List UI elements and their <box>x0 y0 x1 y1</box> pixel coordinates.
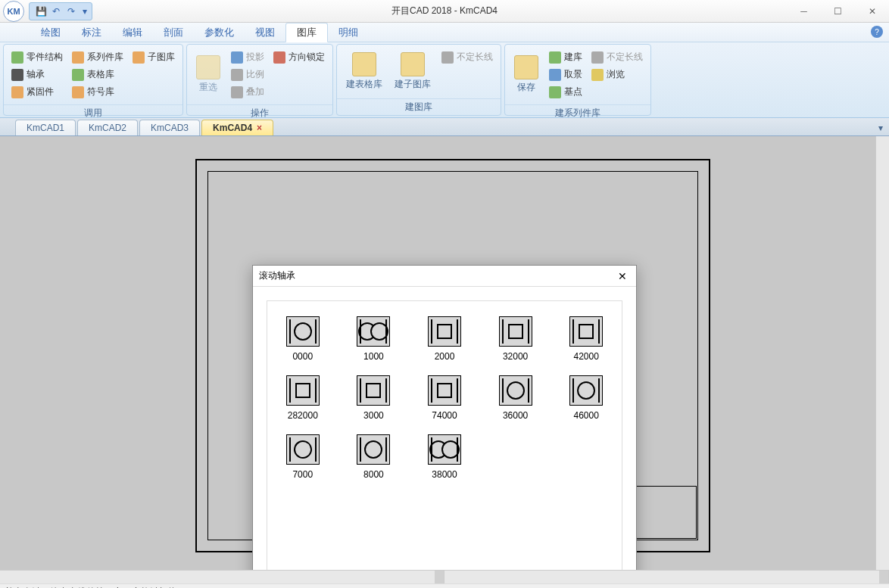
ribbon-btn[interactable]: 基点 <box>546 84 585 100</box>
bearing-icon <box>499 316 532 347</box>
redo-icon[interactable]: ↷ <box>64 5 78 18</box>
bearing-label: 7000 <box>292 469 313 480</box>
title-bar: KM 💾 ↶ ↷ ▾ 开目CAD 2018 - KmCAD4 ─ ☐ ✕ <box>0 0 889 23</box>
bearing-item[interactable]: 7000 <box>278 434 328 480</box>
bearing-item[interactable]: 1000 <box>349 316 399 362</box>
ribbon-btn[interactable]: 系列件库 <box>69 49 126 65</box>
ribbon-btn[interactable]: 轴承 <box>8 67 66 82</box>
bearing-item[interactable]: 0000 <box>278 316 328 362</box>
bearing-icon <box>428 316 461 347</box>
bearing-label: 0000 <box>292 351 313 362</box>
bearing-icon <box>569 316 603 347</box>
ribbon-btn: 投影 <box>228 49 267 65</box>
document-tabs: KmCAD1KmCAD2KmCAD3KmCAD4×▾ <box>0 118 889 136</box>
dialog-title: 滚动轴承 <box>259 269 295 282</box>
bearing-icon <box>286 375 320 406</box>
bearing-icon <box>286 316 320 347</box>
tabs-dropdown-icon[interactable]: ▾ <box>878 123 883 133</box>
ribbon-btn[interactable]: 零件结构 <box>8 49 66 65</box>
save-icon[interactable]: 💾 <box>34 5 48 18</box>
bearing-icon <box>428 375 461 406</box>
ribbon-btn[interactable]: 子图库 <box>129 49 178 65</box>
document-tab[interactable]: KmCAD1 <box>15 120 76 135</box>
app-icon[interactable]: KM <box>3 1 24 22</box>
ribbon-btn: 不定长线 <box>438 49 496 65</box>
menu-item-7[interactable]: 明细 <box>328 23 369 42</box>
document-tab[interactable]: KmCAD2 <box>77 120 138 135</box>
status-bar: 单击左键，给出直线的第一点，空格键切换 <box>0 583 889 588</box>
ribbon-btn[interactable]: 建库 <box>546 49 585 65</box>
ribbon-btn[interactable]: 符号库 <box>69 84 126 100</box>
bearing-item[interactable]: 8000 <box>349 434 399 480</box>
bearing-label: 36000 <box>503 410 528 421</box>
canvas-area: 滚动轴承 ✕ 000010002000320004200028200030007… <box>0 136 889 570</box>
bearing-dialog: 滚动轴承 ✕ 000010002000320004200028200030007… <box>252 265 637 570</box>
ribbon-big-btn[interactable]: 建子图库 <box>388 48 437 95</box>
dialog-close-button[interactable]: ✕ <box>615 269 630 284</box>
close-button[interactable]: ✕ <box>855 0 889 23</box>
bearing-item[interactable]: 42000 <box>561 316 611 362</box>
bearing-item[interactable]: 36000 <box>491 375 541 421</box>
bearing-label: 38000 <box>432 469 457 480</box>
ribbon-big-btn[interactable]: 保存 <box>508 48 544 101</box>
bearing-icon <box>499 375 532 406</box>
ribbon-big-btn[interactable]: 建表格库 <box>340 48 388 95</box>
undo-icon[interactable]: ↶ <box>49 5 63 18</box>
menu-item-4[interactable]: 参数化 <box>194 23 245 42</box>
window-title: 开目CAD 2018 - KmCAD4 <box>391 5 498 17</box>
ribbon-btn: 不定长线 <box>588 49 646 65</box>
menu-bar: 绘图标注编辑剖面参数化视图图库明细? <box>0 23 889 42</box>
ribbon-group-3: 保存建库取景基点不定长线浏览建系列件库 <box>504 44 651 116</box>
tab-close-icon[interactable]: × <box>257 123 262 133</box>
bearing-label: 74000 <box>432 410 457 421</box>
bearing-grid: 0000100020003200042000282000300074000360… <box>267 300 622 570</box>
menu-item-5[interactable]: 视图 <box>245 23 285 42</box>
bearing-icon <box>357 375 390 406</box>
ribbon-group-1: 重选投影比例叠加方向锁定操作 <box>186 44 333 116</box>
bearing-icon <box>428 434 461 465</box>
drawing-canvas[interactable]: 滚动轴承 ✕ 000010002000320004200028200030007… <box>0 136 875 570</box>
bearing-icon <box>357 434 390 465</box>
ribbon-btn[interactable]: 方向锁定 <box>270 49 328 65</box>
bearing-item[interactable]: 3000 <box>349 375 399 421</box>
vertical-scrollbar[interactable] <box>875 136 889 570</box>
ribbon: 零件结构轴承紧固件系列件库表格库符号库子图库调用重选投影比例叠加方向锁定操作建表… <box>0 42 889 118</box>
bearing-icon <box>569 375 603 406</box>
bearing-label: 2000 <box>435 351 455 362</box>
bearing-icon <box>286 434 320 465</box>
dialog-body: 0000100020003200042000282000300074000360… <box>253 287 636 570</box>
maximize-button[interactable]: ☐ <box>821 0 855 23</box>
bearing-label: 32000 <box>503 351 528 362</box>
bearing-item[interactable]: 282000 <box>278 375 328 421</box>
bearing-item[interactable]: 2000 <box>420 316 469 362</box>
menu-item-0[interactable]: 绘图 <box>30 23 71 42</box>
menu-item-1[interactable]: 标注 <box>71 23 112 42</box>
bearing-item[interactable]: 46000 <box>561 375 611 421</box>
dialog-title-bar[interactable]: 滚动轴承 ✕ <box>253 266 636 287</box>
ribbon-btn[interactable]: 取景 <box>546 67 585 82</box>
quick-access-toolbar: 💾 ↶ ↷ ▾ <box>29 2 92 20</box>
bearing-label: 3000 <box>363 410 384 421</box>
group-label: 建图库 <box>337 98 501 115</box>
menu-item-3[interactable]: 剖面 <box>153 23 194 42</box>
bearing-item[interactable]: 38000 <box>420 434 469 480</box>
menu-item-2[interactable]: 编辑 <box>112 23 153 42</box>
ribbon-btn: 比例 <box>228 67 267 82</box>
bearing-item[interactable]: 32000 <box>491 316 541 362</box>
horizontal-scrollbar[interactable] <box>0 570 889 583</box>
minimize-button[interactable]: ─ <box>787 0 821 23</box>
bearing-label: 8000 <box>363 469 384 480</box>
ribbon-btn[interactable]: 浏览 <box>588 67 646 82</box>
ribbon-group-2: 建表格库建子图库不定长线建图库 <box>336 44 501 116</box>
ribbon-btn[interactable]: 紧固件 <box>8 84 66 100</box>
bearing-label: 42000 <box>574 351 599 362</box>
document-tab[interactable]: KmCAD4× <box>201 120 273 135</box>
document-tab[interactable]: KmCAD3 <box>139 120 200 135</box>
help-icon[interactable]: ? <box>871 26 883 38</box>
ribbon-btn[interactable]: 表格库 <box>69 67 126 82</box>
ribbon-group-0: 零件结构轴承紧固件系列件库表格库符号库子图库调用 <box>3 44 183 116</box>
bearing-item[interactable]: 74000 <box>420 375 469 421</box>
menu-item-6[interactable]: 图库 <box>285 23 328 42</box>
bearing-icon <box>357 316 390 347</box>
qat-dropdown-icon[interactable]: ▾ <box>83 6 87 17</box>
